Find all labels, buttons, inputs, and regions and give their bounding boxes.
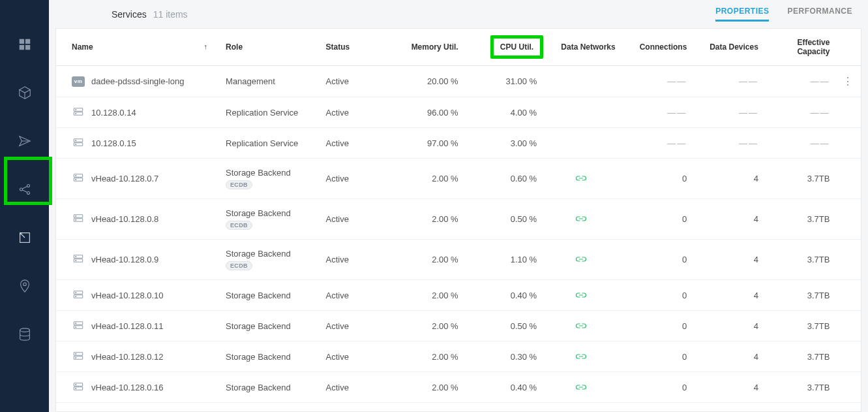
cell-role: Storage Backend xyxy=(220,372,320,403)
table-row[interactable]: vHead-10.128.0.8Storage BackendECDBActiv… xyxy=(56,199,861,240)
sort-asc-icon: ↑ xyxy=(204,42,208,50)
col-status[interactable]: Status xyxy=(320,29,385,66)
view-tabs: PROPERTIES PERFORMANCE xyxy=(715,7,852,22)
grid-icon xyxy=(18,37,32,52)
role-text: Storage Backend xyxy=(226,168,291,178)
role-text: Storage Backend xyxy=(226,249,291,259)
svg-point-9 xyxy=(20,328,29,332)
link-icon xyxy=(575,352,587,362)
ecdb-badge: ECDB xyxy=(226,180,252,189)
cell-cpu: 1.10 % xyxy=(464,240,543,280)
nav-services[interactable] xyxy=(9,222,40,253)
nav-share[interactable] xyxy=(9,174,40,205)
cell-capacity: 3.7TB xyxy=(764,199,835,240)
link-icon xyxy=(575,383,587,392)
svg-point-33 xyxy=(76,296,76,296)
cell-devices: 4 xyxy=(692,159,764,199)
role-text: Management xyxy=(226,76,275,86)
service-name: vHead-10.128.0.8 xyxy=(91,214,158,224)
nav-dashboard[interactable] xyxy=(9,29,40,60)
table-row[interactable]: vHead-10.128.0.12Storage BackendActive2.… xyxy=(56,341,861,372)
row-menu-button[interactable]: ⋮ xyxy=(835,66,861,97)
cell-connections: 0 xyxy=(621,240,693,280)
main-area: Services 11 items PROPERTIES PERFORMANCE… xyxy=(49,0,868,412)
role-text: Storage Backend xyxy=(226,208,291,218)
col-name[interactable]: Name ↑ xyxy=(56,29,220,66)
cell-network xyxy=(542,403,621,413)
tab-performance[interactable]: PERFORMANCE xyxy=(787,7,852,22)
svg-point-28 xyxy=(76,256,76,257)
col-cpu[interactable]: CPU Util. xyxy=(464,29,543,66)
cell-cpu: 0.50 % xyxy=(464,199,543,240)
service-name: vHead-10.128.0.11 xyxy=(91,321,164,331)
svg-rect-2 xyxy=(19,45,23,50)
ecdb-badge: ECDB xyxy=(226,221,252,230)
inbox-arrow-icon xyxy=(18,230,32,245)
col-memory[interactable]: Memory Util. xyxy=(385,29,464,66)
cell-devices: 4 xyxy=(692,403,764,413)
table-row[interactable]: vmdadee-pdssd-single-longManagementActiv… xyxy=(56,66,861,97)
nav-cube[interactable] xyxy=(9,77,40,108)
row-menu-button xyxy=(835,199,861,240)
service-name: 10.128.0.15 xyxy=(91,138,136,148)
cell-role: Replication Service xyxy=(220,97,320,128)
table-row[interactable]: 10.128.0.14Replication ServiceActive96.0… xyxy=(56,97,861,128)
cell-capacity: 3.7TB xyxy=(764,311,835,341)
row-menu-button xyxy=(835,280,861,311)
cell-network xyxy=(542,97,621,128)
server-icon xyxy=(72,212,84,226)
cell-connections: —— xyxy=(621,128,693,159)
service-name: vHead-10.128.0.12 xyxy=(91,352,164,362)
cell-network xyxy=(542,128,621,159)
cell-network xyxy=(542,311,621,341)
service-name: dadee-pdssd-single-long xyxy=(91,76,184,86)
table-row[interactable]: vHead-10.128.0.10Storage BackendActive2.… xyxy=(56,280,861,311)
col-capacity[interactable]: Effective Capacity xyxy=(764,29,835,66)
table-row[interactable]: 10.128.0.15Replication ServiceActive97.0… xyxy=(56,128,861,159)
col-networks[interactable]: Data Networks xyxy=(542,29,621,66)
cell-memory: 20.00 % xyxy=(385,66,464,97)
table-row[interactable]: vHead-10.128.0.11Storage BackendActive2.… xyxy=(56,311,861,341)
svg-point-4 xyxy=(20,188,22,191)
col-role[interactable]: Role xyxy=(220,29,320,66)
cell-devices: 4 xyxy=(692,240,764,280)
cell-cpu: 3.00 % xyxy=(464,128,543,159)
svg-point-24 xyxy=(76,215,76,216)
service-name: vHead-10.128.0.7 xyxy=(91,174,158,183)
nav-database[interactable] xyxy=(9,319,40,350)
cell-status: Active xyxy=(320,280,385,311)
cell-cpu: 0.30 % xyxy=(464,341,543,372)
cell-status: Active xyxy=(320,240,385,280)
svg-point-40 xyxy=(76,353,76,354)
cell-status: Active xyxy=(320,128,385,159)
cell-cpu: 0.50 % xyxy=(464,311,543,341)
col-connections[interactable]: Connections xyxy=(621,29,693,66)
table-row[interactable]: vHead-10.128.0.9Storage BackendECDBActiv… xyxy=(56,240,861,280)
svg-rect-1 xyxy=(25,39,29,44)
cell-role: Storage BackendECDB xyxy=(220,159,320,199)
cell-memory: 2.00 % xyxy=(385,199,464,240)
table-row[interactable]: vHead-10.128.0.16Storage BackendActive2.… xyxy=(56,372,861,403)
send-icon xyxy=(18,134,32,148)
svg-point-17 xyxy=(76,144,76,144)
cell-status: Active xyxy=(320,66,385,97)
svg-point-41 xyxy=(76,357,76,358)
cell-devices: 4 xyxy=(692,199,764,240)
cell-connections: 0 xyxy=(621,159,693,199)
cell-memory: 2.00 % xyxy=(385,341,464,372)
nav-location[interactable] xyxy=(9,270,40,302)
cell-cpu: 0.50 % xyxy=(464,403,543,413)
nav-send[interactable] xyxy=(9,125,40,157)
cell-capacity: —— xyxy=(764,66,835,97)
tab-properties[interactable]: PROPERTIES xyxy=(715,7,769,22)
cell-cpu: 0.40 % xyxy=(464,280,543,311)
cell-status: Active xyxy=(320,199,385,240)
col-cpu-highlight: CPU Util. xyxy=(490,35,543,59)
col-devices[interactable]: Data Devices xyxy=(692,29,764,66)
row-menu-button xyxy=(835,159,861,199)
table-row[interactable]: vHead-10.128.0.17Storage BackendActive2.… xyxy=(56,403,861,413)
cell-capacity: 3.7TB xyxy=(764,372,835,403)
table-row[interactable]: vHead-10.128.0.7Storage BackendECDBActiv… xyxy=(56,159,861,199)
database-icon xyxy=(18,327,32,341)
cell-cpu: 0.40 % xyxy=(464,372,543,403)
